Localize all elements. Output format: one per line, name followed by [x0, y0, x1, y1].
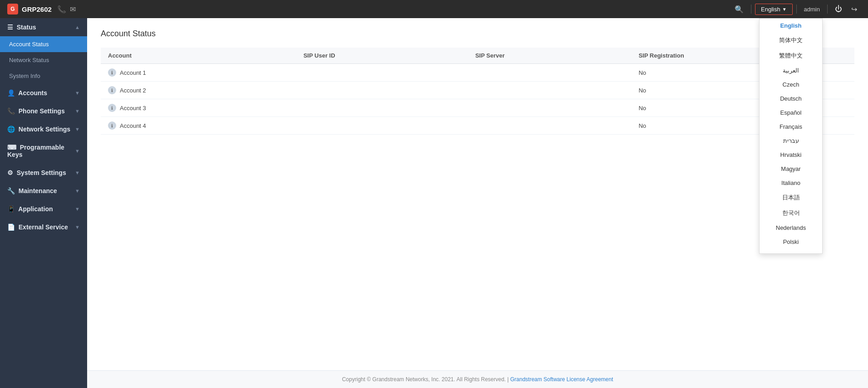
external-service-label: External Service	[19, 223, 68, 231]
sip-user-id-cell	[296, 99, 468, 117]
network-settings-label: Network Settings	[19, 126, 70, 133]
logout-button[interactable]: ↪	[848, 3, 861, 15]
status-chevron-icon: ▲	[75, 24, 80, 30]
maintenance-chevron-icon: ▼	[75, 188, 80, 194]
table-row: ℹ Account 4 No	[101, 117, 854, 135]
language-selector-button[interactable]: English ▼	[755, 4, 793, 15]
language-option[interactable]: Français	[760, 120, 822, 134]
language-dropdown: English简体中文繁體中文العربيةCzechDeutschEspaño…	[759, 18, 823, 254]
divider-3	[827, 5, 828, 14]
system-settings-header[interactable]: ⚙ System Settings ▼	[0, 164, 87, 182]
phone-settings-label: Phone Settings	[19, 107, 65, 115]
language-option[interactable]: Nederlands	[760, 221, 822, 235]
accounts-chevron-icon: ▼	[75, 90, 80, 96]
system-info-item[interactable]: System Info	[0, 68, 87, 84]
account-name: Account 4	[120, 122, 146, 129]
accounts-header[interactable]: 👤 Accounts ▼	[0, 84, 87, 102]
sip-server-cell	[468, 82, 631, 99]
network-settings-icon: 🌐	[7, 126, 15, 133]
sip-user-id-cell	[296, 82, 468, 99]
admin-label: admin	[800, 6, 824, 13]
external-service-header[interactable]: 📄 External Service ▼	[0, 218, 87, 236]
accounts-section: 👤 Accounts ▼	[0, 84, 87, 102]
language-option[interactable]: Español	[760, 106, 822, 120]
divider-2	[796, 5, 797, 14]
table-row: ℹ Account 2 No	[101, 82, 854, 99]
account-status-label: Account Status	[9, 41, 49, 48]
network-settings-chevron-icon: ▼	[75, 126, 80, 132]
account-icon: ℹ	[108, 121, 116, 130]
logout-icon: ↪	[851, 5, 857, 14]
content-area: Account Status Account SIP User ID SIP S…	[87, 18, 868, 370]
top-navigation: G GRP2602 📞 ✉ 🔍 English ▼ admin ⏻ ↪	[0, 0, 868, 18]
account-name: Account 3	[120, 105, 146, 112]
maintenance-header[interactable]: 🔧 Maintenance ▼	[0, 182, 87, 200]
page-title: Account Status	[101, 29, 854, 39]
system-settings-icon: ⚙	[7, 169, 13, 176]
system-settings-chevron-icon: ▼	[75, 170, 80, 175]
main-content: Account Status Account SIP User ID SIP S…	[87, 18, 868, 388]
footer: Copyright © Grandstream Networks, Inc. 2…	[87, 370, 868, 388]
logo-area: G GRP2602	[7, 4, 52, 15]
language-option[interactable]: Hrvatski	[760, 148, 822, 162]
application-section: 📱 Application ▼	[0, 200, 87, 218]
status-label: Status	[17, 24, 36, 31]
language-option[interactable]: 日本語	[760, 190, 822, 205]
accounts-icon: 👤	[7, 89, 15, 97]
search-button[interactable]: 🔍	[731, 3, 747, 15]
language-option[interactable]: Polski	[760, 235, 822, 249]
network-status-item[interactable]: Network Status	[0, 52, 87, 68]
table-row: ℹ Account 1 No	[101, 64, 854, 82]
language-option[interactable]: Português	[760, 249, 822, 254]
system-info-label: System Info	[9, 73, 40, 79]
account-name: Account 1	[120, 69, 146, 76]
device-name: GRP2602	[22, 5, 52, 13]
language-option[interactable]: 한국어	[760, 205, 822, 221]
accounts-label: Accounts	[18, 89, 47, 97]
programmable-keys-section: ⌨ Programmable Keys ▼	[0, 138, 87, 164]
sip-user-id-cell	[296, 64, 468, 82]
table-header-row: Account SIP User ID SIP Server SIP Regis…	[101, 48, 854, 64]
phone-settings-icon: 📞	[7, 107, 15, 115]
maintenance-section: 🔧 Maintenance ▼	[0, 182, 87, 200]
divider-1	[751, 5, 751, 14]
power-button[interactable]: ⏻	[831, 3, 846, 15]
sip-server-cell	[468, 99, 631, 117]
account-cell: ℹ Account 4	[101, 117, 296, 135]
phone-settings-section: 📞 Phone Settings ▼	[0, 102, 87, 120]
language-option[interactable]: Magyar	[760, 162, 822, 176]
network-settings-section: 🌐 Network Settings ▼	[0, 120, 87, 138]
sidebar: ☰ Status ▲ Account Status Network Status…	[0, 18, 87, 388]
status-header[interactable]: ☰ Status ▲	[0, 18, 87, 36]
mail-icon: ✉	[70, 5, 76, 14]
programmable-keys-header[interactable]: ⌨ Programmable Keys ▼	[0, 138, 87, 164]
external-service-chevron-icon: ▼	[75, 224, 80, 230]
programmable-keys-chevron-icon: ▼	[75, 148, 80, 154]
license-link[interactable]: Grandstream Software License Agreement	[510, 376, 613, 383]
language-option[interactable]: English	[760, 19, 822, 33]
phone-settings-chevron-icon: ▼	[75, 108, 80, 114]
maintenance-icon: 🔧	[7, 187, 15, 194]
system-settings-section: ⚙ System Settings ▼	[0, 164, 87, 182]
search-icon: 🔍	[735, 5, 744, 14]
system-settings-label: System Settings	[17, 169, 66, 176]
language-option[interactable]: 繁體中文	[760, 48, 822, 63]
phone-settings-header[interactable]: 📞 Phone Settings ▼	[0, 102, 87, 120]
application-icon: 📱	[7, 205, 15, 213]
chevron-down-icon: ▼	[782, 7, 787, 12]
account-icon: ℹ	[108, 68, 116, 77]
language-option[interactable]: العربية	[760, 63, 822, 78]
programmable-keys-icon: ⌨	[7, 144, 16, 151]
account-icon: ℹ	[108, 86, 116, 94]
network-settings-header[interactable]: 🌐 Network Settings ▼	[0, 120, 87, 138]
language-option[interactable]: 简体中文	[760, 33, 822, 48]
col-sip-server: SIP Server	[468, 48, 631, 64]
language-option[interactable]: עברית	[760, 134, 822, 148]
external-service-icon: 📄	[7, 223, 15, 231]
language-option[interactable]: Italiano	[760, 176, 822, 190]
language-option[interactable]: Deutsch	[760, 92, 822, 106]
account-status-item[interactable]: Account Status	[0, 36, 87, 52]
application-header[interactable]: 📱 Application ▼	[0, 200, 87, 218]
sip-server-cell	[468, 117, 631, 135]
language-option[interactable]: Czech	[760, 78, 822, 92]
